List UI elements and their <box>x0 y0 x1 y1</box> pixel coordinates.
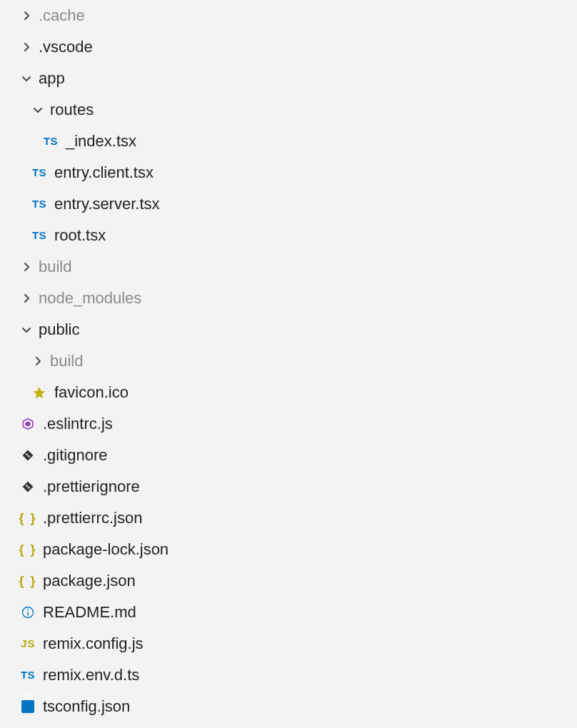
file-favicon[interactable]: favicon.ico <box>0 377 577 408</box>
json-icon: { } <box>20 510 36 526</box>
file-label: favicon.ico <box>54 377 129 408</box>
file-tree: .cache .vscode app routes TS _index.tsx … <box>0 0 577 722</box>
file-label: remix.env.d.ts <box>43 659 139 691</box>
chevron-down-icon <box>20 323 33 336</box>
file-label: .gitignore <box>43 440 108 471</box>
file-label: .eslintrc.js <box>43 408 113 440</box>
typescript-icon: TS <box>31 165 47 181</box>
file-label: package.json <box>43 565 136 597</box>
file-readme[interactable]: README.md <box>0 597 577 628</box>
chevron-right-icon <box>20 292 33 305</box>
file-label: tsconfig.json <box>43 691 130 722</box>
eslint-icon <box>20 416 36 432</box>
file-label: remix.config.js <box>43 628 144 659</box>
folder-label: node_modules <box>39 283 141 314</box>
file-prettierrc[interactable]: { } .prettierrc.json <box>0 502 577 534</box>
file-package-json[interactable]: { } package.json <box>0 565 577 597</box>
folder-label: .vscode <box>39 31 93 63</box>
folder-build[interactable]: build <box>0 251 577 283</box>
svg-point-12 <box>27 609 29 610</box>
file-remix-config[interactable]: JS remix.config.js <box>0 628 577 659</box>
json-icon: { } <box>20 573 36 589</box>
folder-label: .cache <box>39 0 85 31</box>
file-label: README.md <box>43 597 136 628</box>
typescript-icon: TS <box>31 228 47 243</box>
info-icon <box>20 605 36 620</box>
file-entry-server[interactable]: TS entry.server.tsx <box>0 188 577 220</box>
folder-routes[interactable]: routes <box>0 94 577 126</box>
file-gitignore[interactable]: .gitignore <box>0 440 577 471</box>
file-entry-client[interactable]: TS entry.client.tsx <box>0 157 577 188</box>
json-icon: { } <box>20 542 36 557</box>
file-prettierignore[interactable]: .prettierignore <box>0 471 577 502</box>
chevron-down-icon <box>31 103 44 116</box>
file-label: package-lock.json <box>43 534 169 565</box>
folder-label: build <box>39 251 71 283</box>
chevron-right-icon <box>20 9 33 22</box>
folder-vscode[interactable]: .vscode <box>0 31 577 63</box>
folder-label: public <box>39 314 79 345</box>
folder-node-modules[interactable]: node_modules <box>0 283 577 314</box>
tsconfig-icon: TS <box>20 699 36 714</box>
typescript-icon: TS <box>43 133 59 149</box>
file-label: _index.tsx <box>66 126 136 157</box>
chevron-right-icon <box>20 41 33 54</box>
folder-label: build <box>50 345 83 377</box>
chevron-right-icon <box>31 355 44 368</box>
file-package-lock[interactable]: { } package-lock.json <box>0 534 577 565</box>
typescript-icon: TS <box>31 196 47 212</box>
folder-public-build[interactable]: build <box>0 345 577 377</box>
file-label: root.tsx <box>54 220 106 251</box>
file-tsconfig[interactable]: TS tsconfig.json <box>0 691 577 722</box>
file-root-tsx[interactable]: TS root.tsx <box>0 220 577 251</box>
folder-app[interactable]: app <box>0 63 577 94</box>
folder-cache[interactable]: .cache <box>0 0 577 31</box>
git-icon <box>20 448 36 463</box>
file-eslintrc[interactable]: .eslintrc.js <box>0 408 577 440</box>
file-index-tsx[interactable]: TS _index.tsx <box>0 126 577 157</box>
folder-label: app <box>39 63 65 94</box>
folder-public[interactable]: public <box>0 314 577 345</box>
file-label: entry.client.tsx <box>54 157 154 188</box>
folder-label: routes <box>50 94 94 126</box>
favicon-icon <box>31 385 47 400</box>
chevron-right-icon <box>20 261 33 273</box>
file-label: .prettierignore <box>43 471 140 502</box>
file-label: entry.server.tsx <box>54 188 160 220</box>
javascript-icon: JS <box>20 636 36 652</box>
chevron-down-icon <box>20 72 33 85</box>
file-label: .prettierrc.json <box>43 502 142 534</box>
git-icon <box>20 479 36 495</box>
file-remix-env[interactable]: TS remix.env.d.ts <box>0 659 577 691</box>
svg-marker-1 <box>25 421 31 427</box>
